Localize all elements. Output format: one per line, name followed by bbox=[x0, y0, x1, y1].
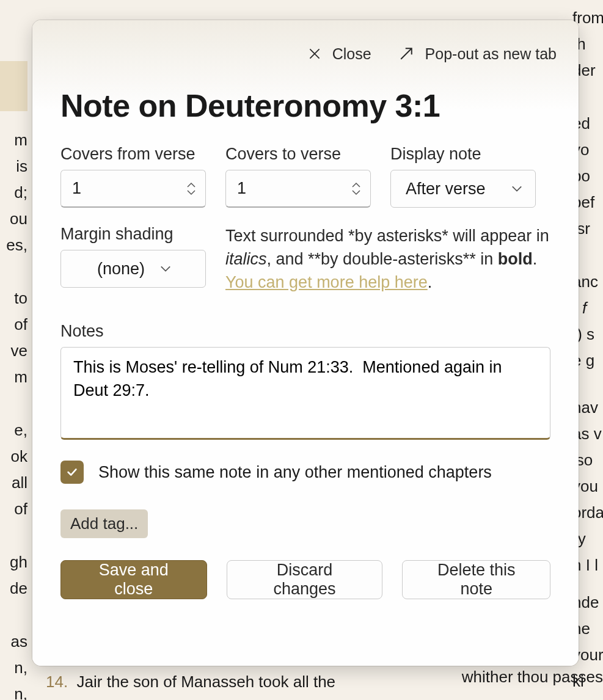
show-elsewhere-row: Show this same note in any other mention… bbox=[60, 461, 550, 484]
notes-textarea[interactable] bbox=[60, 347, 550, 440]
chevron-up-icon bbox=[186, 182, 197, 188]
display-note-select[interactable]: After verse bbox=[390, 170, 536, 208]
to-verse-value: 1 bbox=[237, 179, 246, 198]
popout-label: Pop-out as new tab bbox=[425, 45, 557, 63]
display-note-field: Display note After verse bbox=[390, 145, 536, 208]
popout-button[interactable]: Pop-out as new tab bbox=[397, 45, 557, 63]
action-row: Save and close Discard changes Delete th… bbox=[60, 560, 550, 599]
margin-shading-label: Margin shading bbox=[60, 225, 206, 244]
close-button[interactable]: Close bbox=[307, 45, 371, 63]
modal-header: Close Pop-out as new tab bbox=[32, 20, 579, 75]
modal-title: Note on Deuteronomy 3:1 bbox=[60, 87, 550, 124]
notes-section: Notes bbox=[60, 322, 550, 442]
check-icon bbox=[65, 465, 79, 479]
margin-shading-field: Margin shading (none) bbox=[60, 225, 206, 288]
display-note-label: Display note bbox=[390, 145, 536, 164]
from-verse-input[interactable]: 1 bbox=[60, 170, 206, 208]
popout-icon bbox=[397, 45, 415, 63]
chevron-down-icon bbox=[511, 185, 523, 192]
bg-text-left: misd;oues, toofvem e,okallof ghde asn,n, bbox=[0, 0, 27, 700]
notes-label: Notes bbox=[60, 322, 104, 340]
show-elsewhere-label: Show this same note in any other mention… bbox=[98, 463, 492, 482]
chevron-down-icon bbox=[351, 189, 362, 195]
show-elsewhere-checkbox[interactable] bbox=[60, 461, 84, 484]
from-verse-value: 1 bbox=[72, 179, 81, 198]
formatting-hint: Text surrounded *by asterisks* will appe… bbox=[225, 225, 550, 294]
spin-chevrons[interactable] bbox=[186, 182, 197, 195]
margin-shading-select[interactable]: (none) bbox=[60, 250, 206, 288]
help-link[interactable]: You can get more help here bbox=[225, 273, 428, 291]
bg-text-bottom: 14. Jair the son of Manasseh took all th… bbox=[46, 670, 335, 694]
save-button[interactable]: Save and close bbox=[60, 560, 207, 599]
note-modal: Close Pop-out as new tab Note on Deutero… bbox=[32, 20, 579, 666]
bg-text-bottom-right: whither thou passes bbox=[462, 665, 603, 689]
display-note-value: After verse bbox=[406, 180, 486, 199]
chevron-up-icon bbox=[351, 182, 362, 188]
spin-chevrons[interactable] bbox=[351, 182, 362, 195]
delete-button[interactable]: Delete this note bbox=[402, 560, 550, 599]
to-verse-input[interactable]: 1 bbox=[225, 170, 371, 208]
close-label: Close bbox=[332, 45, 371, 63]
from-verse-field: Covers from verse 1 bbox=[60, 145, 206, 208]
close-icon bbox=[307, 46, 323, 62]
modal-body: Note on Deuteronomy 3:1 Covers from vers… bbox=[32, 75, 579, 666]
add-tag-button[interactable]: Add tag... bbox=[60, 509, 148, 538]
discard-button[interactable]: Discard changes bbox=[227, 560, 383, 599]
to-verse-label: Covers to verse bbox=[225, 145, 371, 164]
from-verse-label: Covers from verse bbox=[60, 145, 206, 164]
margin-row: Margin shading (none) Text surrounded *b… bbox=[60, 225, 550, 294]
verse-row: Covers from verse 1 Covers to verse 1 bbox=[60, 145, 550, 208]
margin-shading-value: (none) bbox=[97, 260, 145, 279]
chevron-down-icon bbox=[186, 189, 197, 195]
to-verse-field: Covers to verse 1 bbox=[225, 145, 371, 208]
chevron-down-icon bbox=[159, 265, 172, 272]
verse-number: 14. bbox=[46, 673, 68, 691]
